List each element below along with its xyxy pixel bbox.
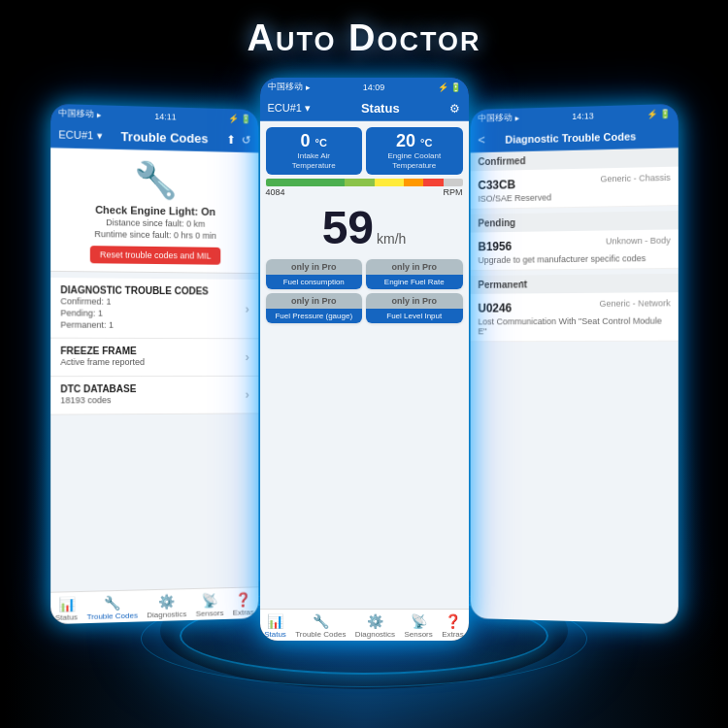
diag-tab-icon: ⚙️ [158, 593, 175, 609]
c-extras-tab-label: Extras [442, 630, 464, 639]
permanent-header: Permanent [470, 274, 678, 294]
left-time: 14:11 [154, 111, 176, 121]
sensor-row: 0 °C Intake AirTemperature 20 °C Engine … [260, 121, 469, 175]
c-status-tab-label: Status [264, 630, 286, 639]
rpm-value: 4084 [266, 187, 285, 197]
center-battery-icon: 🔋 [450, 83, 461, 92]
left-tab-status[interactable]: 📊 Status [54, 596, 77, 622]
left-tab-diag[interactable]: ⚙️ Diagnostics [147, 593, 186, 619]
intake-air-label: Intake AirTemperature [292, 151, 336, 170]
c-sensors-tab-icon: 📡 [411, 613, 427, 629]
center-tab-status[interactable]: 📊 Status [264, 613, 286, 639]
dtc-code-b1956: B1956 [478, 240, 512, 253]
pro-sublabel-4: Fuel Level Input [366, 309, 463, 323]
dtc-db-sub: 18193 codes [60, 395, 245, 407]
center-tab-sensors[interactable]: 📡 Sensors [404, 613, 432, 639]
dtc-b1956[interactable]: B1956 Unknown - Body Upgrade to get manu… [470, 229, 678, 271]
center-status-bar: 中国移动 ▸ 14:09 ⚡ 🔋 [260, 78, 469, 96]
coolant-temp-card: 20 °C Engine CoolantTemperature [366, 127, 463, 175]
freeze-frame-title: FREEZE FRAME [60, 346, 245, 356]
trouble-tab-label: Trouble Codes [86, 612, 137, 622]
right-battery-icon: 🔋 [659, 109, 670, 118]
dtc-title: DIAGNOSTIC TROUBLE CODES [60, 285, 245, 298]
left-bt-icon: ⚡ [228, 114, 239, 123]
freeze-chevron-icon: › [245, 350, 248, 364]
dtc-type-b1956: Unknown - Body [605, 236, 670, 247]
db-chevron-icon: › [245, 388, 248, 402]
dtc-sub: Confirmed: 1Pending: 1Permanent: 1 [60, 297, 245, 332]
dtc-desc-u0246: Lost Communication With "Seat Control Mo… [478, 315, 670, 336]
center-ecu-selector[interactable]: ECU#1 ▾ [268, 102, 312, 115]
c-status-tab-icon: 📊 [267, 613, 283, 629]
c-diag-tab-label: Diagnostics [355, 630, 395, 639]
pro-label-4: only in Pro [366, 293, 463, 309]
left-refresh-icon[interactable]: ↺ [241, 133, 250, 147]
extras-tab-icon: ❓ [235, 591, 251, 607]
c-sensors-tab-label: Sensors [404, 630, 432, 639]
c-trouble-tab-icon: 🔧 [313, 613, 329, 629]
engine-icon: 🔧 [134, 159, 178, 201]
back-button[interactable]: < [478, 132, 484, 147]
right-time: 14:13 [572, 111, 593, 121]
trouble-tab-icon: 🔧 [104, 595, 120, 612]
dtc-database-menu-item[interactable]: DTC DATABASE 18193 codes › [50, 377, 258, 414]
pro-label-2: only in Pro [366, 259, 463, 275]
left-ecu-selector[interactable]: ECU#1 ▾ [58, 128, 102, 142]
left-tab-sensors[interactable]: 📡 Sensors [195, 592, 223, 618]
confirmed-section: Confirmed C33CB Generic - Chassis ISO/SA… [470, 148, 678, 209]
center-tab-bar: 📊 Status 🔧 Trouble Codes ⚙️ Diagnostics … [260, 609, 469, 641]
dtc-menu-item[interactable]: DIAGNOSTIC TROUBLE CODES Confirmed: 1Pen… [50, 278, 258, 339]
intake-air-value: 0 °C [301, 132, 327, 149]
pro-card-fuel-rate: only in Pro Engine Fuel Rate [366, 259, 463, 289]
center-carrier: 中国移动 [268, 81, 303, 93]
dtc-u0246[interactable]: U0246 Generic - Network Lost Communicati… [470, 292, 678, 342]
pro-card-fuel-pressure: only in Pro Fuel Pressure (gauge) [266, 293, 363, 323]
center-tab-diag[interactable]: ⚙️ Diagnostics [355, 613, 395, 639]
freeze-frame-menu-item[interactable]: FREEZE FRAME Active frame reported › [50, 339, 258, 377]
center-tab-trouble[interactable]: 🔧 Trouble Codes [295, 613, 346, 639]
pro-sublabel-2: Engine Fuel Rate [366, 275, 463, 289]
left-phone: 中国移动 ▸ 14:11 ⚡ 🔋 ECU#1 ▾ Trouble Codes ⬆… [50, 104, 258, 624]
pending-section: Pending B1956 Unknown - Body Upgrade to … [470, 211, 678, 271]
center-time: 14:09 [363, 83, 385, 92]
coolant-temp-value: 20 °C [396, 132, 432, 149]
dtc-type-c33cb: Generic - Chassis [600, 173, 670, 184]
left-battery-icon: 🔋 [240, 114, 250, 123]
pro-sublabel-1: Fuel consumption [266, 275, 363, 289]
center-tab-extras[interactable]: ❓ Extras [442, 613, 464, 639]
speed-value: 59 [322, 205, 374, 251]
right-bt-icon: ⚡ [646, 109, 657, 118]
center-settings-icon[interactable]: ⚙ [449, 102, 460, 116]
center-wifi-icon: ▸ [306, 83, 311, 92]
center-nav: ECU#1 ▾ Status ⚙ [260, 96, 469, 121]
right-nav-title: Diagnostic Trouble Codes [505, 130, 636, 145]
pro-card-fuel-level: only in Pro Fuel Level Input [366, 293, 463, 323]
intake-air-card: 0 °C Intake AirTemperature [266, 127, 363, 175]
left-share-icon[interactable]: ⬆ [226, 132, 236, 146]
dtc-db-title: DTC DATABASE [60, 383, 245, 395]
left-tab-extras[interactable]: ❓ Extras [232, 591, 253, 616]
freeze-frame-sub: Active frame reported [60, 357, 245, 369]
left-wifi-icon: ▸ [96, 110, 101, 119]
reset-button[interactable]: Reset trouble codes and MIL [89, 246, 220, 265]
menu-section: DIAGNOSTIC TROUBLE CODES Confirmed: 1Pen… [50, 278, 258, 414]
pro-sublabel-3: Fuel Pressure (gauge) [266, 309, 363, 323]
rpm-unit: RPM [444, 187, 463, 197]
sensors-tab-label: Sensors [195, 609, 223, 618]
right-phone: 中国移动 ▸ 14:13 ⚡ 🔋 < Diagnostic Trouble Co… [470, 104, 678, 624]
rpm-bar-section: 4084 RPM [260, 175, 469, 197]
dtc-code-u0246: U0246 [478, 301, 512, 314]
dtc-c33cb[interactable]: C33CB Generic - Chassis ISO/SAE Reserved [470, 167, 678, 210]
engine-light-status: Check Engine Light: On [94, 204, 215, 217]
phones-container: 中国移动 ▸ 14:11 ⚡ 🔋 ECU#1 ▾ Trouble Codes ⬆… [0, 78, 728, 631]
permanent-section: Permanent U0246 Generic - Network Lost C… [470, 274, 678, 342]
left-nav-title: Trouble Codes [120, 129, 208, 146]
pro-label-3: only in Pro [266, 293, 363, 309]
status-tab-icon: 📊 [57, 596, 74, 612]
c-trouble-tab-label: Trouble Codes [295, 630, 346, 639]
pro-label-1: only in Pro [266, 259, 363, 275]
left-tab-trouble[interactable]: 🔧 Trouble Codes [86, 594, 137, 621]
center-nav-title: Status [361, 101, 400, 116]
dtc-desc-c33cb: ISO/SAE Reserved [478, 190, 670, 204]
right-wifi-icon: ▸ [514, 113, 519, 122]
